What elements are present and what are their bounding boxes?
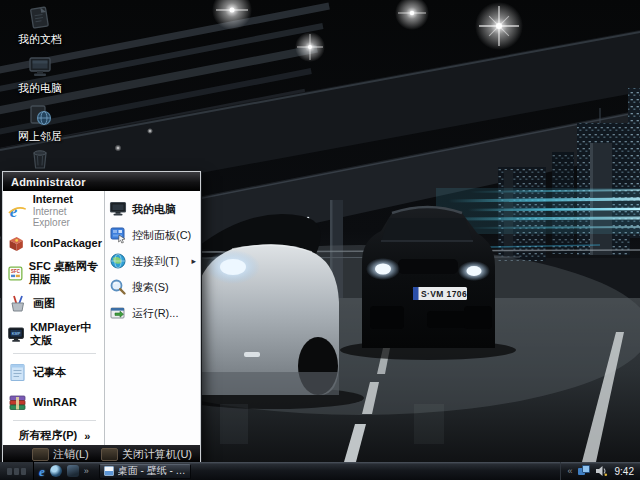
quick-launch-app-icon[interactable] xyxy=(67,465,79,477)
log-off-label: 注销(L) xyxy=(53,447,88,462)
menu-item-label: 运行(R)... xyxy=(132,306,178,321)
svg-text:S·VM 1706: S·VM 1706 xyxy=(421,289,467,299)
menu-separator xyxy=(13,353,96,354)
menu-item-label: 连接到(T) xyxy=(132,254,179,269)
system-tray: « 9:42 xyxy=(560,462,640,480)
desktop-icon-label: 网上邻居 xyxy=(18,130,62,142)
quick-launch-show-desktop-icon[interactable] xyxy=(50,465,62,477)
submenu-arrow-icon: ▸ xyxy=(191,256,196,266)
menu-item-label: WinRAR xyxy=(33,396,77,409)
menu-item-label: SFC 桌酷网专用版 xyxy=(29,260,102,285)
menu-item-label: 我的电脑 xyxy=(132,202,176,217)
menu-separator xyxy=(13,420,96,421)
start-button[interactable] xyxy=(0,462,34,480)
turn-off-computer-button[interactable]: 关闭计算机(U) xyxy=(101,447,192,462)
iconpackager-icon xyxy=(7,233,25,254)
menu-item-iconpackager[interactable]: IconPackager xyxy=(6,228,103,258)
menu-item-paint[interactable]: 画图 xyxy=(6,288,103,318)
desktop-icon-my-computer[interactable]: 我的电脑 xyxy=(0,54,80,94)
desktop-icon-network-places[interactable]: 网上邻居 xyxy=(0,102,80,142)
taskbar-clock: 9:42 xyxy=(615,466,634,477)
start-menu: Administrator e Internet Internet Explor… xyxy=(2,171,201,464)
start-menu-user-banner: Administrator xyxy=(3,172,200,191)
start-menu-body: e Internet Internet Explorer xyxy=(3,191,200,445)
start-button-glyph xyxy=(21,468,26,475)
menu-item-label: 画图 xyxy=(33,297,55,310)
run-icon xyxy=(109,304,127,322)
menu-item-notepad[interactable]: 记事本 xyxy=(6,357,103,387)
paint-icon xyxy=(7,293,28,314)
my-computer-icon xyxy=(27,54,53,80)
kmplayer-icon: KMP xyxy=(7,324,25,345)
turn-off-icon xyxy=(101,448,118,461)
search-icon xyxy=(109,278,127,296)
menu-item-my-computer[interactable]: 我的电脑 xyxy=(108,196,198,222)
taskbar-task-button[interactable]: 桌面 - 壁纸 - 桌酷壁... xyxy=(99,464,191,479)
menu-item-internet[interactable]: e Internet Internet Explorer xyxy=(6,194,103,228)
menu-item-kmplayer[interactable]: KMP KMPlayer中文版 xyxy=(6,318,103,350)
user-name: Administrator xyxy=(11,176,86,188)
my-computer-icon xyxy=(109,200,127,218)
my-documents-icon xyxy=(27,5,53,31)
start-menu-footer: 注销(L) 关闭计算机(U) xyxy=(3,445,200,463)
taskbar: e » 桌面 - 壁纸 - 桌酷壁... « 9:42 xyxy=(0,462,640,480)
menu-item-connect-to[interactable]: 连接到(T) ▸ xyxy=(108,248,198,274)
log-off-button[interactable]: 注销(L) xyxy=(32,447,88,462)
menu-item-run[interactable]: 运行(R)... xyxy=(108,300,198,326)
menu-item-label: 记事本 xyxy=(33,366,66,379)
turn-off-label: 关闭计算机(U) xyxy=(122,447,192,462)
license-plate: S·VM 1706 xyxy=(413,287,467,300)
menu-item-label: KMPlayer中文版 xyxy=(30,321,102,346)
menu-item-winrar[interactable]: WinRAR xyxy=(6,387,103,417)
start-menu-left-column: e Internet Internet Explorer xyxy=(3,191,104,445)
desktop-screen: S·VM 1706 我的文档 xyxy=(0,0,640,480)
quick-launch-overflow-chevron[interactable]: » xyxy=(84,467,89,476)
wallpaper-window-icon xyxy=(104,466,114,476)
quick-launch-bar: e » xyxy=(34,465,94,478)
connect-to-icon xyxy=(109,252,127,270)
sfc-app-icon: SFC xyxy=(7,263,24,284)
network-places-icon xyxy=(27,102,53,128)
menu-item-label: 搜索(S) xyxy=(132,280,169,295)
control-panel-icon xyxy=(109,226,127,244)
start-menu-right-column: 我的电脑 控制面板(C) xyxy=(104,191,200,445)
start-button-glyph xyxy=(7,468,12,475)
all-programs-arrow-icon: » xyxy=(84,430,90,442)
menu-item-label: 控制面板(C) xyxy=(132,228,191,243)
log-off-icon xyxy=(32,448,49,461)
menu-item-label: IconPackager xyxy=(30,237,102,250)
tray-volume-icon[interactable] xyxy=(595,465,608,477)
svg-text:KMP: KMP xyxy=(12,330,21,335)
menu-item-sfc[interactable]: SFC SFC 桌酷网专用版 xyxy=(6,258,103,288)
tray-language-icon[interactable] xyxy=(578,465,590,477)
menu-item-sublabel: Internet Explorer xyxy=(33,206,102,229)
all-programs-label: 所有程序(P) xyxy=(19,428,78,443)
desktop-icon-label: 我的电脑 xyxy=(18,82,62,94)
recycle-bin-icon xyxy=(28,147,52,171)
menu-item-control-panel[interactable]: 控制面板(C) xyxy=(108,222,198,248)
quick-launch-ie-icon[interactable]: e xyxy=(39,465,45,478)
desktop-icon-label: 我的文档 xyxy=(18,33,62,45)
desktop-icon-recycle-bin[interactable] xyxy=(0,147,80,171)
task-button-label: 桌面 - 壁纸 - 桌酷壁... xyxy=(118,464,186,478)
desktop-icon-my-documents[interactable]: 我的文档 xyxy=(0,5,80,45)
winrar-icon xyxy=(7,392,28,413)
internet-explorer-icon: e xyxy=(7,200,28,222)
notepad-icon xyxy=(7,362,28,383)
start-button-glyph xyxy=(14,468,19,475)
menu-item-label: Internet xyxy=(33,193,102,206)
menu-item-search[interactable]: 搜索(S) xyxy=(108,274,198,300)
svg-text:SFC: SFC xyxy=(11,268,21,273)
tray-collapse-chevron[interactable]: « xyxy=(568,467,573,476)
